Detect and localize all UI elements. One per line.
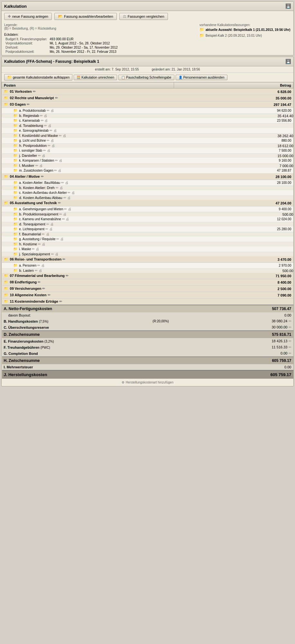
edit-icon[interactable]: ✏ <box>42 287 45 290</box>
print-icon[interactable]: 🖨 <box>66 217 69 221</box>
edit-icon[interactable]: ✏ <box>66 274 69 278</box>
folder-icon: 📁 <box>4 175 8 178</box>
edit-icon[interactable]: ✏ <box>35 164 38 167</box>
print-icon[interactable]: 🖨 <box>50 222 54 226</box>
edit-icon[interactable]: ✏ <box>32 247 35 251</box>
print-icon[interactable]: 🖨 <box>42 242 45 246</box>
print-icon[interactable]: 🖨 <box>63 134 66 137</box>
recalc-button[interactable]: 🧮 Kalkulation umrechnen <box>74 75 117 80</box>
edit-icon[interactable]: ✏ <box>289 339 291 343</box>
edit-icon[interactable]: ✏ <box>289 351 291 355</box>
edit-icon[interactable]: ✏ <box>46 222 49 226</box>
edit-icon[interactable]: ✏ <box>59 212 62 216</box>
fassung-item-active[interactable]: 📁 aktuelle Auswahl: Beispielkalk 1 (21.0… <box>199 27 291 33</box>
print-icon[interactable]: 🖨 <box>68 207 71 211</box>
print-icon[interactable]: 🖨 <box>71 191 75 194</box>
persons-button[interactable]: 👤 Personennamen ausblenden <box>176 75 227 80</box>
edit-icon[interactable]: ✏ <box>55 96 58 100</box>
print-icon[interactable]: 🖨 <box>41 263 45 267</box>
save-icon-top[interactable]: 💾 <box>286 4 291 9</box>
edit-icon[interactable]: ✏ <box>62 217 65 221</box>
edit-icon[interactable]: ✏ <box>42 232 45 236</box>
edit-icon[interactable]: ✏ <box>51 252 54 256</box>
edit-icon[interactable]: ✏ <box>50 128 52 132</box>
print-icon[interactable]: 🖨 <box>59 158 62 162</box>
eckdaten-row-dreh: Drehzeit: Mo, 29. Oktober 2012 - Sa, 17.… <box>4 45 119 50</box>
print-icon[interactable]: 🖨 <box>53 128 57 132</box>
edit-icon[interactable]: ✏ <box>289 325 291 329</box>
summary-row-treuh: F. Treuhandgebühren (PWC) 11 516.33 ✏ <box>2 344 293 350</box>
print-icon[interactable]: 🖨 <box>58 168 61 172</box>
print-icon[interactable]: 🖨 <box>47 148 51 152</box>
print-icon[interactable]: 🖨 <box>36 247 39 251</box>
print-icon[interactable]: 🖨 <box>39 269 42 272</box>
expand-table-button[interactable]: 📁 gesamte Kalkulationstabelle aufklappen <box>4 74 72 80</box>
edit-icon[interactable]: ✏ <box>289 319 291 323</box>
compare-fassung-button[interactable]: ⚖ Fassungen vergleichen <box>119 13 168 20</box>
fassung-item-2[interactable]: 📁 Beispiel-Kalk 2 (20.09.2012, 15:01 Uhr… <box>199 33 291 38</box>
edit-icon[interactable]: ✏ <box>68 191 70 194</box>
edit-icon[interactable]: ✏ <box>43 148 46 152</box>
folder-icon: 📁 <box>13 247 18 251</box>
edit-icon[interactable]: ✏ <box>56 237 59 241</box>
edit-icon[interactable]: ✏ <box>40 114 43 118</box>
gear-icon: ⚙ <box>122 381 124 384</box>
print-icon[interactable]: 🖨 <box>49 227 53 231</box>
print-icon[interactable]: 🖨 <box>48 124 51 128</box>
print-icon[interactable]: 🖨 <box>55 252 59 256</box>
print-icon[interactable]: 🖨 <box>60 186 63 190</box>
edit-icon[interactable]: ✏ <box>27 102 30 106</box>
print-icon[interactable]: 🖨 <box>51 138 54 142</box>
new-fassung-button[interactable]: ✚ neue Fassung anlegen <box>4 13 52 20</box>
edit-icon[interactable]: ✏ <box>54 168 57 172</box>
print-icon[interactable]: 🖨 <box>42 154 45 157</box>
print-icon[interactable]: 🖨 <box>51 109 54 112</box>
edit-icon[interactable]: ✏ <box>48 144 51 147</box>
edit-icon[interactable]: ✏ <box>38 280 41 284</box>
eckdaten-row-budget: Budget lt. Finanzierungsplan: 493 000.00… <box>4 37 119 41</box>
edit-icon[interactable]: ✏ <box>59 299 62 303</box>
edit-icon[interactable]: ✏ <box>47 138 50 142</box>
edit-icon[interactable]: ✏ <box>59 134 62 137</box>
edit-icon[interactable]: ✏ <box>56 186 59 190</box>
edit-icon[interactable]: ✏ <box>41 175 44 178</box>
edit-icon[interactable]: ✏ <box>33 90 36 93</box>
print-icon[interactable]: 🖨 <box>60 237 64 241</box>
edit-icon[interactable]: ✏ <box>37 263 40 267</box>
select-fassung-button[interactable]: 📂 Fassung auswählen/bearbeiten <box>54 13 117 20</box>
edit-icon[interactable]: ✏ <box>45 227 48 231</box>
edit-icon[interactable]: ✏ <box>62 257 65 261</box>
edit-icon[interactable]: ✏ <box>38 154 41 157</box>
edit-icon[interactable]: ✏ <box>41 118 44 122</box>
print-icon[interactable]: 🖨 <box>51 144 55 147</box>
print-icon[interactable]: 🖨 <box>46 232 50 236</box>
edit-icon[interactable]: ✏ <box>44 124 47 128</box>
save-icon-calc[interactable]: 💾 <box>286 59 291 64</box>
folder-icon: 📁 <box>13 109 18 112</box>
edit-icon[interactable]: ✏ <box>64 207 67 211</box>
table-row: 📁 h. Kostüme ✏ 🖨 <box>2 242 293 247</box>
edit-icon[interactable]: ✏ <box>48 293 51 297</box>
col-betrag: Betrag <box>174 82 293 89</box>
print-icon[interactable]: 🖨 <box>63 212 67 216</box>
print-icon[interactable]: 🖨 <box>65 181 69 185</box>
edit-icon[interactable]: ✏ <box>55 158 58 162</box>
folder-icon: 📁 <box>13 222 18 226</box>
edit-icon[interactable]: ✏ <box>47 109 50 112</box>
add-herst-button[interactable]: ⚙ Herstellungskostenart hinzufügen <box>4 381 291 384</box>
calc-icon: 🧮 <box>77 76 80 79</box>
print-icon[interactable]: 🖨 <box>67 196 71 200</box>
edit-icon[interactable]: ✏ <box>61 181 64 185</box>
print-icon[interactable]: 🖨 <box>44 118 48 122</box>
edit-icon[interactable]: ✏ <box>35 269 38 272</box>
folder-icon: 📁 <box>13 237 18 241</box>
print-icon[interactable]: 🖨 <box>39 164 43 167</box>
folder-icon: 📁 <box>13 158 18 162</box>
print-icon[interactable]: 🖨 <box>44 114 47 118</box>
pausch-button[interactable]: 📋 Pauschalbetrag Schnelleingabe <box>118 75 174 80</box>
edit-icon[interactable]: ✏ <box>58 201 61 205</box>
eckdaten-label: Eckdaten: <box>4 33 119 36</box>
edit-icon[interactable]: ✏ <box>38 242 41 246</box>
edit-icon[interactable]: ✏ <box>289 345 291 349</box>
edit-icon[interactable]: ✏ <box>63 196 66 200</box>
